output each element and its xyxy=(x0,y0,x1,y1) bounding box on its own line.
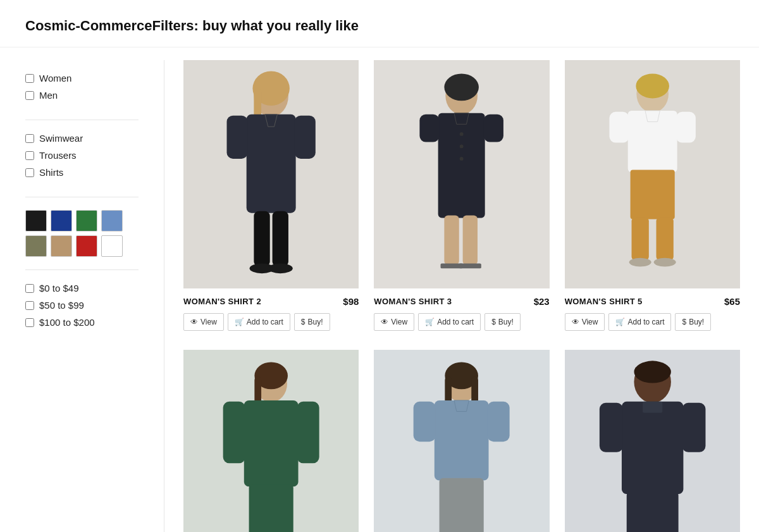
svg-rect-38 xyxy=(244,400,299,486)
view-button-ws2[interactable]: 👁 View xyxy=(183,313,224,331)
add-to-cart-button-ws2[interactable]: 🛒 Add to cart xyxy=(228,313,290,331)
filter-item-shirts[interactable]: Shirts xyxy=(25,167,139,178)
buy-button-ws3[interactable]: $ Buy! xyxy=(484,313,521,331)
color-swatch-black[interactable] xyxy=(25,210,47,232)
color-swatch-tan[interactable] xyxy=(51,235,72,257)
svg-rect-13 xyxy=(438,113,485,218)
buy-button-ws2[interactable]: $ Buy! xyxy=(294,313,330,331)
filter-item-price0to49[interactable]: $0 to $49 xyxy=(25,283,139,294)
product-price-ws3: $23 xyxy=(534,296,550,307)
price50to99-checkbox[interactable] xyxy=(25,301,34,310)
price50to99-label[interactable]: $50 to $99 xyxy=(39,300,84,311)
shirts-checkbox[interactable] xyxy=(25,168,34,177)
product-card-ws5: WOMAN'S SHIRT 5 $65 👁 View 🛒 Add to cart… xyxy=(565,60,740,331)
product-info-ws2: WOMAN'S SHIRT 2 $98 xyxy=(183,296,359,307)
svg-rect-31 xyxy=(631,217,648,260)
product-figure-ws6 xyxy=(183,350,359,532)
filter-item-trousers[interactable]: Trousers xyxy=(25,150,139,161)
color-swatch-white[interactable] xyxy=(101,235,123,257)
product-card-ws3: WOMAN'S SHIRT 3 $23 👁 View 🛒 Add to cart… xyxy=(374,60,549,331)
svg-rect-50 xyxy=(440,478,484,532)
color-swatch-green[interactable] xyxy=(76,210,97,232)
add-to-cart-button-ws3[interactable]: 🛒 Add to cart xyxy=(418,313,481,331)
filter-item-price100to200[interactable]: $100 to $200 xyxy=(25,317,139,328)
page-title: Cosmic-CommerceFilters: buy what you rea… xyxy=(25,18,734,34)
svg-rect-21 xyxy=(463,216,478,265)
gender-filter-section: Women Men xyxy=(25,73,139,120)
view-button-ws5[interactable]: 👁 View xyxy=(565,313,605,331)
trousers-label[interactable]: Trousers xyxy=(39,150,77,161)
price0to49-label[interactable]: $0 to $49 xyxy=(39,283,79,294)
svg-rect-6 xyxy=(295,116,316,159)
product-card-ws2: WOMAN'S SHIRT 2 $98 👁 View 🛒 Add to cart… xyxy=(183,60,359,331)
filter-item-price50to99[interactable]: $50 to $99 xyxy=(25,300,139,311)
svg-rect-54 xyxy=(643,401,662,412)
svg-rect-20 xyxy=(445,216,459,265)
shirts-label[interactable]: Shirts xyxy=(39,167,63,178)
product-figure-ws5 xyxy=(565,60,740,288)
color-swatch-blue[interactable] xyxy=(101,210,123,232)
filter-item-men[interactable]: Men xyxy=(25,90,139,101)
svg-rect-7 xyxy=(254,211,269,267)
page-header: Cosmic-CommerceFilters: buy what you rea… xyxy=(0,0,759,47)
color-grid xyxy=(25,210,139,257)
svg-rect-41 xyxy=(249,484,293,532)
product-image-ws6 xyxy=(183,350,359,532)
product-image-ws2 xyxy=(183,60,359,288)
product-info-ws5: WOMAN'S SHIRT 5 $65 xyxy=(565,296,740,307)
men-checkbox[interactable] xyxy=(25,91,34,100)
view-button-ws3[interactable]: 👁 View xyxy=(374,313,414,331)
svg-rect-23 xyxy=(459,264,481,269)
product-image-ws3 xyxy=(374,60,549,288)
buy-button-ws5[interactable]: $ Buy! xyxy=(675,313,711,331)
product-actions-ws3: 👁 View 🛒 Add to cart $ Buy! xyxy=(374,313,549,331)
svg-rect-56 xyxy=(682,402,705,452)
swimwear-checkbox[interactable] xyxy=(25,134,34,143)
color-swatch-red[interactable] xyxy=(76,235,97,257)
product-info-ws3: WOMAN'S SHIRT 3 $23 xyxy=(374,296,549,307)
svg-point-15 xyxy=(460,132,464,136)
product-name-ws3: WOMAN'S SHIRT 3 xyxy=(374,297,452,306)
men-label[interactable]: Men xyxy=(39,90,58,101)
color-swatch-navy[interactable] xyxy=(51,210,72,232)
svg-rect-28 xyxy=(609,112,629,143)
trousers-checkbox[interactable] xyxy=(25,151,34,160)
cart-icon: 🛒 xyxy=(615,318,625,326)
add-to-cart-button-ws5[interactable]: 🛒 Add to cart xyxy=(608,313,671,331)
product-image-ws5 xyxy=(565,60,740,288)
svg-rect-46 xyxy=(435,400,489,480)
svg-point-16 xyxy=(460,144,464,148)
dollar-icon: $ xyxy=(301,318,305,326)
svg-rect-49 xyxy=(488,401,510,441)
svg-rect-40 xyxy=(297,401,319,462)
eye-icon: 👁 xyxy=(381,318,388,326)
svg-point-10 xyxy=(268,264,293,274)
filter-item-women[interactable]: Women xyxy=(25,73,139,84)
women-label[interactable]: Women xyxy=(39,73,71,84)
product-card-ws6 xyxy=(183,350,359,532)
svg-rect-32 xyxy=(656,217,673,260)
price100to200-checkbox[interactable] xyxy=(25,318,34,327)
svg-rect-48 xyxy=(414,401,436,441)
product-name-ws2: WOMAN'S SHIRT 2 xyxy=(183,297,261,306)
main-layout: Women Men Swimwear Trousers Shirts xyxy=(0,47,759,532)
swimwear-label[interactable]: Swimwear xyxy=(39,133,83,144)
product-figure-ws3 xyxy=(374,60,549,288)
color-filter-section xyxy=(25,210,139,270)
price100to200-label[interactable]: $100 to $200 xyxy=(39,317,95,328)
product-image-ws7 xyxy=(374,350,549,532)
product-image-ms1 xyxy=(565,350,740,532)
price-filter-section: $0 to $49 $50 to $99 $100 to $200 xyxy=(25,283,139,347)
product-card-ws7 xyxy=(374,350,549,532)
color-swatch-olive[interactable] xyxy=(25,235,47,257)
svg-marker-14 xyxy=(454,113,469,125)
women-checkbox[interactable] xyxy=(25,74,34,83)
filter-item-swimwear[interactable]: Swimwear xyxy=(25,133,139,144)
svg-marker-47 xyxy=(454,400,469,411)
svg-point-25 xyxy=(636,73,669,98)
category-filter-section: Swimwear Trousers Shirts xyxy=(25,133,139,197)
svg-rect-55 xyxy=(600,402,623,452)
product-actions-ws2: 👁 View 🛒 Add to cart $ Buy! xyxy=(183,313,359,331)
price0to49-checkbox[interactable] xyxy=(25,284,34,293)
product-price-ws5: $65 xyxy=(724,296,740,307)
